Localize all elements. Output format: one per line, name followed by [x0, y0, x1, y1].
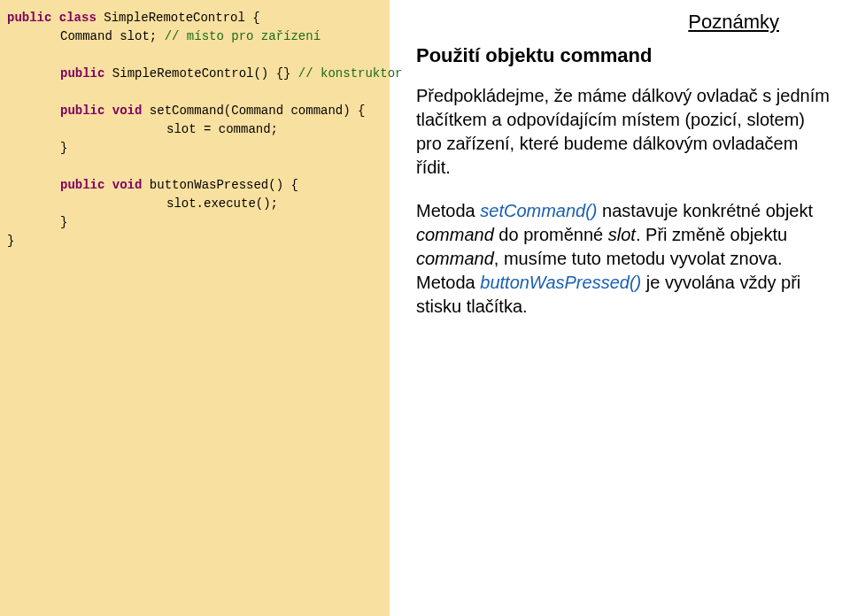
code-blank — [7, 158, 382, 176]
code-keyword: public class — [7, 11, 97, 25]
notes-panel: Poznámky Použití objektu command Předpok… — [390, 0, 850, 616]
paragraph: Předpokládejme, že máme dálkový ovladač … — [416, 84, 832, 180]
code-line: public SimpleRemoteControl() {} // konst… — [7, 65, 382, 83]
text: Metoda — [416, 273, 480, 292]
emphasis: command — [416, 225, 494, 244]
emphasis: command — [416, 249, 494, 268]
code-line: public void setCommand(Command command) … — [7, 102, 382, 120]
code-keyword: public — [60, 66, 104, 81]
code-text: SimpleRemoteControl() {} — [104, 66, 298, 81]
code-line: } — [7, 139, 382, 158]
method-name: setCommand() — [480, 201, 597, 220]
code-blank — [7, 83, 382, 102]
text: Metoda — [416, 201, 480, 220]
method-name: buttonWasPressed() — [480, 273, 641, 292]
code-blank — [7, 46, 382, 65]
code-line: Command slot; // místo pro zařízení — [7, 27, 382, 46]
code-keyword: public void — [60, 178, 142, 192]
text: do proměnné — [494, 225, 608, 244]
code-panel: public class SimpleRemoteControl { Comma… — [0, 0, 390, 616]
code-line: } — [7, 213, 382, 232]
code-keyword: public void — [60, 104, 142, 118]
code-text: SimpleRemoteControl { — [97, 11, 260, 25]
code-line: slot = command; — [7, 120, 382, 139]
code-line: public void buttonWasPressed() { — [7, 176, 382, 195]
text: . Při změně objektu — [636, 225, 787, 244]
code-comment: // konstruktor — [298, 66, 403, 81]
code-comment: // místo pro zařízení — [165, 29, 321, 43]
paragraph: Metoda setCommand() nastavuje konkrétné … — [416, 199, 832, 319]
code-line: slot.execute(); — [7, 195, 382, 213]
emphasis: slot — [608, 225, 636, 244]
text: nastavuje konkrétné objekt — [598, 201, 814, 220]
notes-title: Poznámky — [416, 9, 832, 35]
code-text: setCommand(Command command) { — [142, 104, 365, 118]
section-heading: Použití objektu command — [416, 42, 832, 69]
code-line: } — [7, 232, 382, 250]
code-line: public class SimpleRemoteControl { — [7, 9, 382, 27]
text: , musíme tuto metodu vyvolat znova. — [494, 249, 783, 268]
code-text: Command slot; — [60, 29, 165, 43]
code-text: buttonWasPressed() { — [142, 178, 298, 192]
